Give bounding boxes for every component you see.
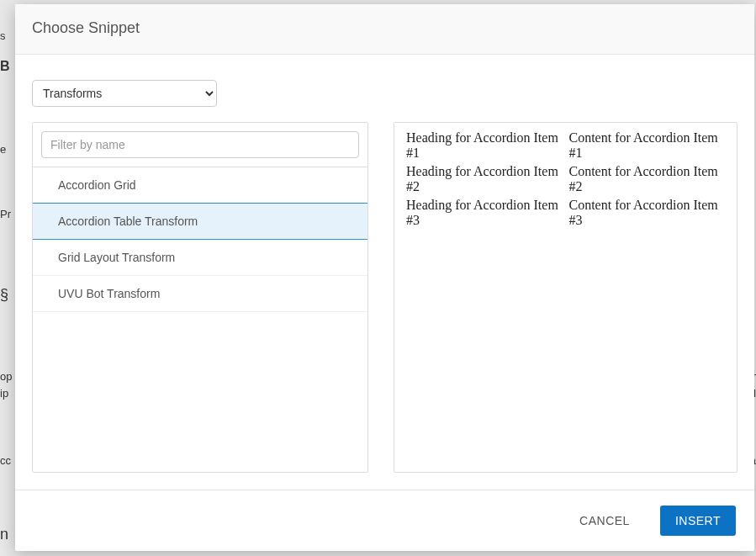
modal-footer: CANCEL INSERT — [15, 490, 754, 551]
table-row: Heading for Accordion Item #3 Content fo… — [403, 196, 728, 230]
preview-heading-cell: Heading for Accordion Item #3 — [403, 196, 566, 230]
category-select[interactable]: Transforms — [32, 80, 217, 107]
filter-wrap — [33, 123, 367, 167]
preview-content-cell: Content for Accordion Item #3 — [566, 196, 729, 230]
snippet-list-panel: Accordion Grid Accordion Table Transform… — [32, 122, 368, 473]
insert-button[interactable]: INSERT — [660, 506, 736, 536]
table-row: Heading for Accordion Item #1 Content fo… — [403, 129, 728, 162]
modal-title: Choose Snippet — [32, 19, 737, 37]
preview-table: Heading for Accordion Item #1 Content fo… — [403, 129, 728, 230]
preview-content-cell: Content for Accordion Item #2 — [566, 162, 729, 196]
snippet-item[interactable]: Accordion Grid — [33, 167, 367, 204]
snippet-item[interactable]: UVU Bot Transform — [33, 276, 367, 312]
filter-input[interactable] — [41, 131, 359, 158]
preview-content-cell: Content for Accordion Item #1 — [566, 129, 729, 162]
category-row: Transforms — [32, 80, 737, 107]
cancel-button[interactable]: CANCEL — [564, 506, 645, 536]
modal-body: Transforms Accordion Grid Accordion Tabl… — [15, 55, 754, 490]
snippet-list: Accordion Grid Accordion Table Transform… — [33, 167, 367, 472]
preview-heading-cell: Heading for Accordion Item #1 — [403, 129, 566, 162]
content-row: Accordion Grid Accordion Table Transform… — [32, 122, 737, 473]
choose-snippet-modal: Choose Snippet Transforms Accordion Grid… — [15, 4, 754, 551]
snippet-item[interactable]: Accordion Table Transform — [33, 203, 367, 240]
snippet-item[interactable]: Grid Layout Transform — [33, 240, 367, 276]
modal-header: Choose Snippet — [15, 4, 754, 55]
preview-panel: Heading for Accordion Item #1 Content fo… — [394, 122, 737, 473]
preview-heading-cell: Heading for Accordion Item #2 — [403, 162, 566, 196]
table-row: Heading for Accordion Item #2 Content fo… — [403, 162, 728, 196]
